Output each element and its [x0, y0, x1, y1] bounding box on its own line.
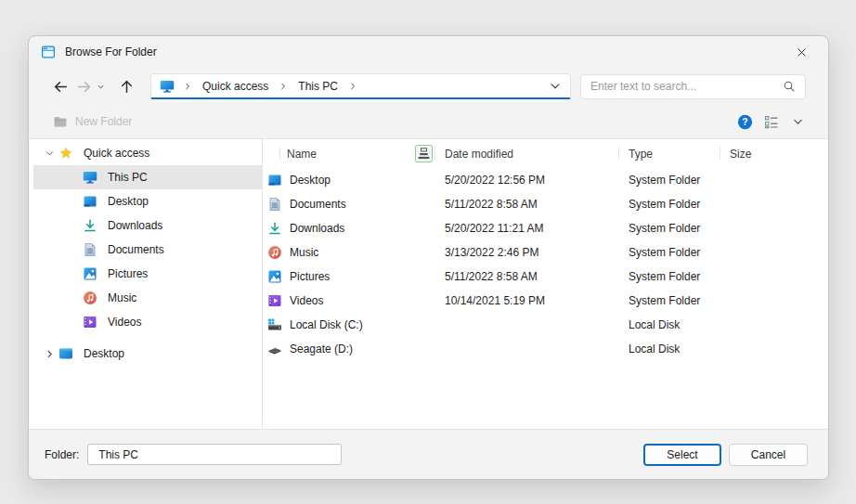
sidebar-item-music[interactable]: Music [29, 286, 262, 310]
new-folder-icon [53, 114, 68, 129]
column-header-size[interactable]: Size [720, 139, 828, 168]
column-header-date-modified[interactable]: Date modified [435, 139, 619, 168]
pictures-icon [267, 269, 282, 284]
file-name: Downloads [290, 222, 344, 235]
new-folder-button[interactable]: New Folder [53, 114, 132, 129]
file-name-cell: Desktop [263, 173, 435, 187]
file-row-local-disk-c[interactable]: Local Disk (C:)Local Disk [263, 313, 828, 337]
search-input[interactable] [590, 80, 783, 93]
file-name: Desktop [290, 174, 331, 187]
chevron-down-icon[interactable] [40, 144, 58, 162]
sidebar-item-label: Pictures [108, 267, 148, 280]
desktop-root-icon [58, 346, 73, 361]
search-icon[interactable] [783, 80, 796, 93]
expander-spacer [40, 289, 58, 307]
file-row-seagate-d[interactable]: Seagate (D:)Local Disk [263, 337, 828, 361]
file-name-cell: Seagate (D:) [263, 342, 435, 356]
app-window-icon [41, 45, 56, 59]
dialog-title: Browse For Folder [65, 45, 787, 58]
breadcrumb-chevron-icon [279, 82, 288, 91]
file-name: Music [290, 246, 318, 259]
breadcrumb-chevron-icon [183, 82, 192, 91]
music-icon [267, 245, 282, 260]
sidebar-item-videos[interactable]: Videos [29, 310, 262, 334]
file-name-cell: Local Disk (C:) [263, 317, 435, 332]
documents-icon [83, 242, 97, 257]
videos-icon [83, 315, 97, 330]
sidebar-item-label: Downloads [108, 219, 162, 232]
address-bar[interactable]: Quick access This PC [150, 73, 571, 99]
header-stub [263, 139, 280, 168]
file-type: Local Disk [619, 342, 720, 355]
sidebar-item-label: Videos [108, 316, 141, 329]
file-type: System Folder [619, 174, 720, 187]
file-type: Local Disk [619, 318, 720, 331]
column-label: Name [287, 148, 317, 161]
breadcrumb-quick-access[interactable]: Quick access [201, 78, 270, 95]
sidebar-item-documents[interactable]: Documents [29, 238, 262, 262]
pictures-icon [83, 266, 97, 281]
file-date-modified: 3/13/2022 2:46 PM [435, 246, 619, 259]
footer-bar: Folder: Select Cancel [29, 429, 828, 479]
file-row-videos[interactable]: Videos10/14/2021 5:19 PMSystem Folder [263, 289, 828, 313]
file-name: Local Disk (C:) [290, 318, 363, 331]
file-row-desktop[interactable]: Desktop5/20/2022 12:56 PMSystem Folder [263, 168, 828, 192]
file-type: System Folder [619, 270, 720, 283]
file-date-modified: 5/11/2022 8:58 AM [435, 198, 619, 211]
file-name: Pictures [290, 270, 330, 283]
desktop-icon [267, 173, 282, 187]
forward-button[interactable] [72, 75, 95, 97]
file-name-cell: Videos [263, 293, 435, 308]
expander-spacer [40, 313, 58, 331]
local-disk-icon [267, 317, 282, 332]
search-box [580, 74, 806, 99]
sidebar-item-desktop[interactable]: Desktop [29, 189, 262, 213]
cancel-button[interactable]: Cancel [729, 444, 808, 466]
browse-for-folder-dialog: Browse For Folder Quick access This PC [28, 35, 829, 480]
content-area: Quick accessThis PCDesktopDownloadsDocum… [29, 139, 828, 429]
close-icon [796, 46, 808, 58]
toolbar-right-group: ? [737, 114, 804, 130]
folder-input[interactable] [87, 444, 342, 465]
column-header-name[interactable]: Name [280, 139, 435, 168]
column-label: Date modified [445, 148, 513, 161]
file-row-downloads[interactable]: Downloads5/20/2022 11:21 AMSystem Folder [263, 216, 828, 240]
sidebar-item-desktop[interactable]: Desktop [29, 342, 262, 366]
sidebar-item-label: Quick access [84, 147, 149, 160]
navigation-bar: Quick access This PC [29, 68, 828, 105]
expander-spacer [40, 265, 58, 283]
up-button[interactable] [115, 75, 137, 97]
this-pc-icon [160, 79, 175, 94]
file-name-cell: Pictures [263, 269, 435, 284]
history-dropdown-button[interactable] [95, 75, 107, 97]
file-type: System Folder [619, 246, 720, 259]
expander-spacer [40, 240, 58, 259]
file-row-documents[interactable]: Documents5/11/2022 8:58 AMSystem Folder [263, 192, 828, 216]
sidebar-item-this-pc[interactable]: This PC [33, 165, 262, 189]
close-button[interactable] [787, 39, 815, 65]
help-button[interactable]: ? [737, 114, 753, 130]
select-button[interactable]: Select [643, 444, 721, 466]
folder-label: Folder: [45, 448, 79, 461]
column-header-type[interactable]: Type [619, 139, 720, 168]
address-dropdown-icon[interactable] [549, 80, 562, 93]
view-options-button[interactable] [764, 114, 779, 129]
file-row-pictures[interactable]: Pictures5/11/2022 8:58 AMSystem Folder [263, 265, 828, 289]
chevron-right-icon[interactable] [40, 344, 58, 363]
more-options-button[interactable] [792, 116, 804, 128]
sidebar-item-quick-access[interactable]: Quick access [29, 141, 262, 165]
downloads-icon [267, 221, 282, 236]
sidebar-item-label: Desktop [84, 347, 124, 360]
sidebar-item-label: Music [108, 291, 136, 304]
new-folder-label: New Folder [75, 115, 132, 128]
file-name-cell: Documents [263, 197, 435, 212]
sidebar-item-label: Desktop [108, 195, 149, 208]
videos-icon [267, 293, 282, 308]
sidebar-item-downloads[interactable]: Downloads [29, 213, 262, 238]
column-label: Type [629, 148, 653, 161]
file-row-music[interactable]: Music3/13/2022 2:46 PMSystem Folder [263, 240, 828, 265]
expander-spacer [40, 216, 58, 235]
breadcrumb-this-pc[interactable]: This PC [296, 78, 340, 95]
sidebar-item-pictures[interactable]: Pictures [29, 262, 262, 286]
back-button[interactable] [49, 75, 71, 97]
